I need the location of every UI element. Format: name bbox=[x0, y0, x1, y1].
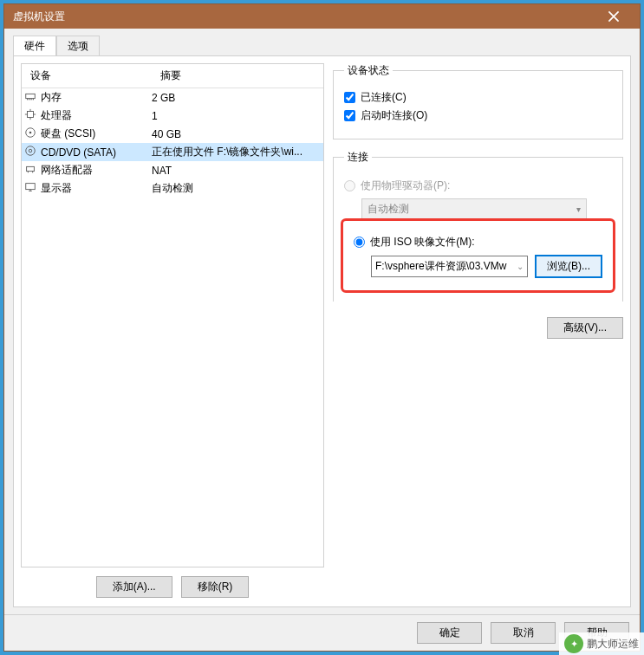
window-title: 虚拟机设置 bbox=[13, 10, 596, 24]
disk-icon bbox=[22, 126, 39, 141]
device-summary: 自动检测 bbox=[152, 181, 323, 196]
device-summary: 2 GB bbox=[152, 92, 323, 104]
device-row-cpu[interactable]: 处理器1 bbox=[22, 107, 323, 125]
iso-section-highlight: 使用 ISO 映像文件(M): F:\vsphere课件资源\03.VMw ⌄ … bbox=[341, 218, 615, 293]
chevron-down-icon: ▾ bbox=[576, 204, 581, 214]
chevron-down-icon[interactable]: ⌄ bbox=[517, 262, 524, 271]
connect-on-input[interactable] bbox=[344, 110, 355, 121]
device-row-memory[interactable]: 内存2 GB bbox=[22, 88, 323, 107]
svg-rect-7 bbox=[26, 184, 36, 190]
add-button[interactable]: 添加(A)... bbox=[96, 576, 172, 598]
device-row-display[interactable]: 显示器自动检测 bbox=[22, 179, 323, 198]
tab-options[interactable]: 选项 bbox=[56, 36, 100, 55]
browse-button[interactable]: 浏览(B)... bbox=[535, 255, 602, 278]
iso-radio[interactable]: 使用 ISO 映像文件(M): bbox=[354, 235, 602, 250]
tab-bar: 硬件 选项 bbox=[13, 36, 631, 56]
connection-legend: 连接 bbox=[344, 150, 372, 165]
list-header: 设备 摘要 bbox=[22, 64, 323, 88]
device-list: 设备 摘要 内存2 GB处理器1硬盘 (SCSI)40 GBCD/DVD (SA… bbox=[21, 63, 324, 567]
tab-hardware[interactable]: 硬件 bbox=[13, 36, 56, 55]
advanced-row: 高级(V)... bbox=[333, 317, 623, 339]
device-row-cd[interactable]: CD/DVD (SATA)正在使用文件 F:\镜像文件夹\wi... bbox=[22, 143, 323, 161]
svg-rect-6 bbox=[27, 166, 35, 171]
svg-point-5 bbox=[29, 149, 32, 152]
iso-path-input[interactable]: F:\vsphere课件资源\03.VMw ⌄ bbox=[371, 256, 528, 277]
physical-radio-input bbox=[344, 180, 355, 191]
close-icon bbox=[608, 10, 620, 23]
device-summary: 正在使用文件 F:\镜像文件夹\wi... bbox=[152, 145, 323, 159]
header-summary: 摘要 bbox=[152, 64, 323, 88]
device-status-legend: 设备状态 bbox=[344, 63, 393, 78]
right-panel: 设备状态 已连接(C) 启动时连接(O) 连接 使用物理驱动器(P): bbox=[333, 63, 623, 600]
connected-input[interactable] bbox=[344, 92, 355, 103]
cd-icon bbox=[22, 145, 39, 159]
svg-rect-0 bbox=[26, 94, 36, 98]
net-icon bbox=[22, 163, 39, 178]
physical-drive-radio[interactable]: 使用物理驱动器(P): bbox=[344, 178, 612, 193]
device-row-net[interactable]: 网络适配器NAT bbox=[22, 161, 323, 179]
ok-button[interactable]: 确定 bbox=[417, 622, 482, 644]
device-name: 显示器 bbox=[39, 181, 152, 196]
footer: 确定 取消 帮助 bbox=[4, 614, 640, 651]
body: 设备 摘要 内存2 GB处理器1硬盘 (SCSI)40 GBCD/DVD (SA… bbox=[13, 56, 631, 607]
memory-icon bbox=[22, 90, 39, 105]
titlebar: 虚拟机设置 bbox=[4, 4, 640, 29]
iso-row: F:\vsphere课件资源\03.VMw ⌄ 浏览(B)... bbox=[371, 255, 602, 278]
device-row-disk[interactable]: 硬盘 (SCSI)40 GB bbox=[22, 125, 323, 143]
connected-checkbox[interactable]: 已连接(C) bbox=[344, 90, 612, 105]
watermark: ✦ 鹏大师运维 bbox=[559, 632, 644, 655]
device-name: 网络适配器 bbox=[39, 163, 152, 178]
device-name: 硬盘 (SCSI) bbox=[39, 126, 152, 141]
iso-radio-input[interactable] bbox=[354, 237, 365, 248]
header-device: 设备 bbox=[22, 64, 152, 88]
connect-on-poweron-checkbox[interactable]: 启动时连接(O) bbox=[344, 108, 612, 123]
cancel-button[interactable]: 取消 bbox=[491, 622, 556, 644]
device-summary: NAT bbox=[152, 165, 323, 177]
wechat-icon: ✦ bbox=[564, 634, 583, 653]
svg-point-3 bbox=[29, 132, 32, 134]
connection-group: 连接 使用物理驱动器(P): 自动检测 ▾ 使用 ISO 映像文件(M): bbox=[333, 150, 623, 302]
cpu-icon bbox=[22, 108, 39, 123]
settings-dialog: 虚拟机设置 硬件 选项 设备 摘要 内存2 GB处理器1硬盘 (SCSI)40 … bbox=[3, 3, 641, 652]
physical-drive-dropdown: 自动检测 ▾ bbox=[361, 198, 587, 220]
left-buttons: 添加(A)... 移除(R) bbox=[21, 567, 324, 600]
svg-point-4 bbox=[26, 146, 36, 156]
advanced-button[interactable]: 高级(V)... bbox=[547, 317, 623, 339]
device-name: 处理器 bbox=[39, 108, 152, 123]
device-name: 内存 bbox=[39, 90, 152, 105]
device-summary: 40 GB bbox=[152, 128, 323, 140]
display-icon bbox=[22, 181, 39, 196]
device-status-group: 设备状态 已连接(C) 启动时连接(O) bbox=[333, 63, 623, 139]
left-panel: 设备 摘要 内存2 GB处理器1硬盘 (SCSI)40 GBCD/DVD (SA… bbox=[21, 63, 324, 600]
close-button[interactable] bbox=[596, 4, 631, 29]
svg-rect-1 bbox=[28, 112, 34, 118]
device-summary: 1 bbox=[152, 110, 323, 122]
device-name: CD/DVD (SATA) bbox=[39, 146, 152, 159]
content-area: 硬件 选项 设备 摘要 内存2 GB处理器1硬盘 (SCSI)40 GBCD/D… bbox=[4, 29, 640, 614]
remove-button[interactable]: 移除(R) bbox=[181, 576, 250, 598]
